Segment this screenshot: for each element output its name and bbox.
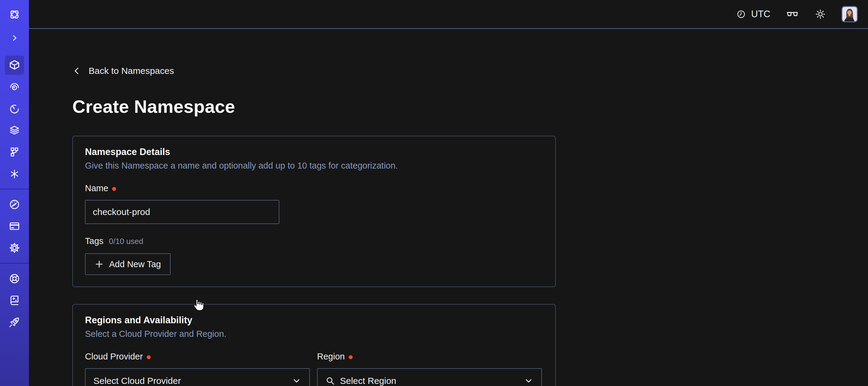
region-field: Region Select Region: [317, 352, 542, 386]
card-title: Namespace Details: [85, 147, 542, 157]
name-label-text: Name: [85, 183, 108, 193]
sidebar-item-usage[interactable]: [0, 194, 29, 215]
sun-icon: [814, 8, 827, 20]
sidebar-item-getting-started[interactable]: [0, 311, 29, 333]
sidebar-item-docs[interactable]: [0, 290, 29, 311]
provider-region-grid: Cloud Provider Select Cloud Provider: [85, 352, 542, 386]
temporal-logo-icon[interactable]: [0, 0, 29, 29]
workflows-spiral-icon: [8, 81, 21, 93]
add-new-tag-button[interactable]: Add New Tag: [85, 253, 170, 275]
card-title: Regions and Availability: [85, 315, 542, 326]
sidebar: [0, 0, 29, 386]
tags-label-row: Tags 0/10 used: [85, 236, 542, 246]
add-tag-label: Add New Tag: [109, 259, 161, 269]
region-label-text: Region: [317, 352, 345, 362]
main-column: UTC: [29, 0, 868, 386]
sidebar-item-nexus[interactable]: [0, 163, 29, 184]
page-content: Back to Namespaces Create Namespace Name…: [29, 29, 868, 386]
sidebar-help-group: [0, 268, 29, 333]
back-link-label: Back to Namespaces: [89, 66, 174, 76]
plus-icon: [95, 260, 104, 269]
cloud-provider-placeholder: Select Cloud Provider: [93, 376, 287, 386]
layers-icon: [8, 124, 21, 136]
sidebar-item-support[interactable]: [0, 268, 29, 290]
support-lifebuoy-icon: [8, 273, 21, 285]
app-root: UTC: [0, 0, 868, 386]
required-dot: [349, 355, 352, 359]
usage-gauge-icon: [8, 199, 21, 210]
sidebar-expand-icon[interactable]: [0, 29, 29, 47]
back-to-namespaces-link[interactable]: Back to Namespaces: [72, 66, 174, 76]
sidebar-item-settings[interactable]: [0, 237, 29, 259]
timezone-selector[interactable]: UTC: [736, 9, 770, 20]
required-dot: [112, 187, 116, 191]
region-select[interactable]: Select Region: [317, 368, 542, 386]
reader-mode-button[interactable]: [785, 7, 799, 21]
cloud-provider-field: Cloud Provider Select Cloud Provider: [85, 352, 310, 386]
name-field-label: Name: [85, 183, 542, 193]
active-highlight: [5, 56, 24, 75]
docs-book-icon: [8, 294, 21, 306]
tags-used-counter: 0/10 used: [109, 237, 143, 246]
clock-icon: [736, 9, 747, 20]
user-avatar[interactable]: [841, 6, 858, 22]
sidebar-item-deployments[interactable]: [0, 119, 29, 141]
branch-icon: [8, 146, 21, 158]
card-subtitle: Give this Namespace a name and optionall…: [85, 161, 542, 171]
region-placeholder: Select Region: [340, 376, 519, 386]
tags-label: Tags: [85, 236, 103, 246]
required-dot: [147, 355, 151, 359]
nexus-asterisk-icon: [8, 168, 21, 180]
glasses-icon: [785, 7, 799, 21]
sidebar-item-pipelines[interactable]: [0, 141, 29, 163]
namespace-name-input[interactable]: [85, 200, 279, 224]
sidebar-item-billing[interactable]: [0, 215, 29, 237]
cloud-provider-select[interactable]: Select Cloud Provider: [85, 368, 310, 386]
page-title: Create Namespace: [72, 96, 868, 117]
billing-card-icon: [8, 220, 21, 232]
getting-started-rocket-icon: [8, 316, 21, 328]
sidebar-item-schedules[interactable]: [0, 98, 29, 119]
regions-availability-card: Regions and Availability Select a Cloud …: [72, 304, 556, 386]
timezone-label: UTC: [751, 9, 770, 20]
schedules-timer-icon: [8, 102, 21, 115]
chevron-down-icon: [524, 376, 533, 386]
cloud-provider-label: Cloud Provider: [85, 352, 310, 362]
region-label: Region: [317, 352, 542, 362]
sidebar-divider: [0, 189, 29, 189]
theme-toggle-button[interactable]: [814, 8, 827, 20]
back-chevron-icon: [72, 66, 82, 76]
namespace-details-card: Namespace Details Give this Namespace a …: [72, 136, 556, 287]
namespaces-cube-icon: [8, 59, 21, 71]
search-icon: [326, 376, 335, 386]
sidebar-item-workflows[interactable]: [0, 76, 29, 98]
card-subtitle: Select a Cloud Provider and Region.: [85, 329, 542, 339]
top-header: UTC: [29, 0, 868, 29]
sidebar-divider-2: [0, 263, 29, 264]
sidebar-item-namespaces[interactable]: [0, 54, 29, 76]
sidebar-account-group: [0, 194, 29, 259]
sidebar-nav-group: [0, 54, 29, 184]
cloud-provider-label-text: Cloud Provider: [85, 352, 143, 362]
settings-gear-icon: [8, 242, 21, 254]
chevron-down-icon: [292, 376, 301, 386]
